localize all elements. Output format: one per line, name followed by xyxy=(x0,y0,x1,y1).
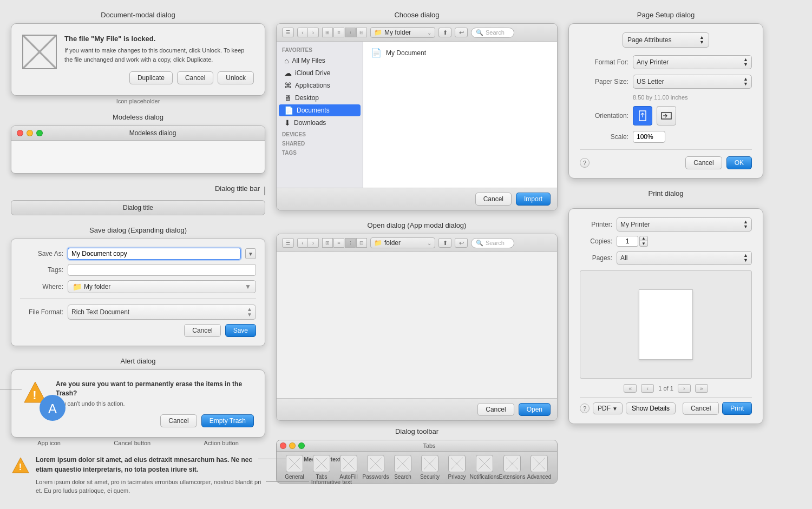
sidebar-item-applications[interactable]: ⌘ Applications xyxy=(279,80,361,91)
tab-advanced[interactable]: Advanced xyxy=(526,455,553,480)
open-search-field[interactable]: 🔍 Search xyxy=(471,238,514,248)
file-format-selector[interactable]: Rich Text Document ▲▼ xyxy=(68,305,256,320)
open-button[interactable]: Open xyxy=(519,403,551,416)
copies-decrement-button[interactable]: ▼ xyxy=(639,241,648,247)
open-forward-button[interactable]: › xyxy=(308,238,319,248)
copies-input[interactable] xyxy=(617,236,638,247)
search-field[interactable]: 🔍 Search xyxy=(471,28,514,38)
toolbar-zoom-btn[interactable] xyxy=(298,442,305,449)
action-button-annotation: Action button xyxy=(204,440,239,446)
paper-size-label: Paper Size: xyxy=(580,78,628,85)
save-as-input[interactable] xyxy=(68,248,241,260)
sidebar-item-downloads[interactable]: ⬇ Downloads xyxy=(279,117,361,129)
action-button[interactable]: ↩ xyxy=(455,28,468,37)
preview-last-btn[interactable]: » xyxy=(695,384,708,393)
pages-selector[interactable]: All ▲▼ xyxy=(617,251,752,265)
sidebar-item-documents[interactable]: 📄 Documents xyxy=(279,104,361,116)
close-button[interactable] xyxy=(17,130,23,136)
scale-input[interactable] xyxy=(633,131,665,143)
page-attributes-selector[interactable]: Page Attributes ▲▼ xyxy=(623,32,709,48)
print-cancel-button[interactable]: Cancel xyxy=(683,402,719,415)
open-folder-icon: 📁 xyxy=(374,239,382,247)
nav-buttons: ‹ › xyxy=(297,28,319,37)
sidebar-item-icloud[interactable]: ☁ iCloud Drive xyxy=(279,67,361,79)
save-cancel-button[interactable]: Cancel xyxy=(184,324,220,337)
page-setup-cancel-button[interactable]: Cancel xyxy=(685,156,722,169)
documents-icon: 📄 xyxy=(284,106,293,115)
empty-trash-button[interactable]: Empty Trash xyxy=(201,414,254,427)
portrait-button[interactable] xyxy=(633,106,652,125)
tags-input[interactable] xyxy=(68,264,256,276)
open-back-button[interactable]: ‹ xyxy=(297,238,308,248)
import-button[interactable]: Import xyxy=(516,193,551,206)
alert-cancel-button[interactable]: Cancel xyxy=(160,414,197,427)
save-as-dropdown-btn[interactable]: ▼ xyxy=(245,248,256,259)
zoom-button[interactable] xyxy=(36,130,43,136)
show-details-button[interactable]: Show Details xyxy=(626,402,676,414)
icon-placeholder-label: Icon placeholder xyxy=(11,98,265,104)
preview-prev-btn[interactable]: ‹ xyxy=(641,384,654,393)
open-column-view-button[interactable]: ⫶ xyxy=(345,238,356,248)
back-button[interactable]: ‹ xyxy=(297,28,308,37)
forward-button[interactable]: › xyxy=(308,28,319,37)
open-search-placeholder: Search xyxy=(486,240,505,246)
page-attributes-arrow-icon: ▲▼ xyxy=(699,35,704,45)
paper-size-selector[interactable]: US Letter ▲▼ xyxy=(633,75,752,89)
file-item-my-document[interactable]: 📄 My Document xyxy=(368,46,553,60)
pdf-button[interactable]: PDF ▼ xyxy=(593,402,623,414)
extensions-icon xyxy=(503,455,521,472)
cancel-button-annotation: Cancel button xyxy=(114,440,150,446)
open-sidebar-toggle-btn[interactable]: ☰ xyxy=(282,238,294,248)
tab-notifications[interactable]: Notifications xyxy=(470,455,499,480)
tab-privacy[interactable]: Privacy xyxy=(443,455,470,480)
print-button[interactable]: Print xyxy=(722,402,752,415)
open-action-button[interactable]: ↩ xyxy=(455,238,468,248)
share-button[interactable]: ⬆ xyxy=(438,28,451,37)
toolbar-minimize-btn[interactable] xyxy=(289,442,296,449)
cancel-button[interactable]: Cancel xyxy=(177,71,213,84)
tags-label: Tags xyxy=(277,148,363,157)
printer-value: My Printer xyxy=(620,221,650,228)
passwords-icon xyxy=(367,455,384,472)
tab-search[interactable]: Search xyxy=(389,455,416,480)
copies-stepper[interactable]: ▲ ▼ xyxy=(617,236,648,247)
duplicate-button[interactable]: Duplicate xyxy=(129,71,173,84)
page-setup-help-button[interactable]: ? xyxy=(580,158,590,168)
page-setup-ok-button[interactable]: OK xyxy=(726,156,752,169)
open-cancel-button[interactable]: Cancel xyxy=(477,403,514,416)
alert-subtext: You can't undo this action. xyxy=(56,400,254,407)
open-path-selector[interactable]: 📁 folder ⌄ xyxy=(370,237,435,248)
sidebar-item-all-my-files[interactable]: ⌂ All My Files xyxy=(279,55,361,67)
column-view-button[interactable]: ⫶ xyxy=(345,28,356,37)
print-dialog-title: Print dialog xyxy=(568,189,763,197)
printer-selector[interactable]: My Printer ▲▼ xyxy=(617,217,752,232)
copies-increment-button[interactable]: ▲ xyxy=(639,236,648,241)
toolbar-close-btn[interactable] xyxy=(280,442,286,449)
list-view-button[interactable]: ≡ xyxy=(333,28,344,37)
path-selector[interactable]: 📁 My folder ⌄ xyxy=(370,27,435,38)
gallery-view-button[interactable]: ⊟ xyxy=(356,28,367,37)
open-list-view-button[interactable]: ≡ xyxy=(333,238,344,248)
toolbar-titlebar: Tabs xyxy=(277,440,557,452)
unlock-button[interactable]: Unlock xyxy=(218,71,254,84)
tab-extensions[interactable]: Extensions xyxy=(499,455,526,480)
where-selector[interactable]: 📁 My folder ▼ xyxy=(68,280,256,293)
tab-security[interactable]: Security xyxy=(416,455,443,480)
save-button[interactable]: Save xyxy=(225,324,256,337)
open-gallery-view-button[interactable]: ⊟ xyxy=(356,238,367,248)
preview-next-btn[interactable]: › xyxy=(678,384,691,393)
icon-view-button[interactable]: ⊞ xyxy=(322,28,333,37)
save-dialog: Save As: ▼ Tags: Where: 📁 My folder ▼ xyxy=(11,239,265,346)
print-help-button[interactable]: ? xyxy=(580,404,590,413)
sidebar-item-desktop[interactable]: 🖥 Desktop xyxy=(279,92,361,104)
open-share-button[interactable]: ⬆ xyxy=(438,238,451,248)
landscape-button[interactable] xyxy=(657,106,676,125)
sidebar-toggle-btn[interactable]: ☰ xyxy=(282,28,294,37)
preview-first-btn[interactable]: « xyxy=(624,384,637,393)
format-for-selector[interactable]: Any Printer ▲▼ xyxy=(633,55,752,69)
open-icon-view-button[interactable]: ⊞ xyxy=(322,238,333,248)
open-path-text: folder xyxy=(384,239,425,247)
minimize-button[interactable] xyxy=(27,130,33,136)
choose-cancel-button[interactable]: Cancel xyxy=(475,193,512,206)
tab-passwords[interactable]: Passwords xyxy=(362,455,389,480)
